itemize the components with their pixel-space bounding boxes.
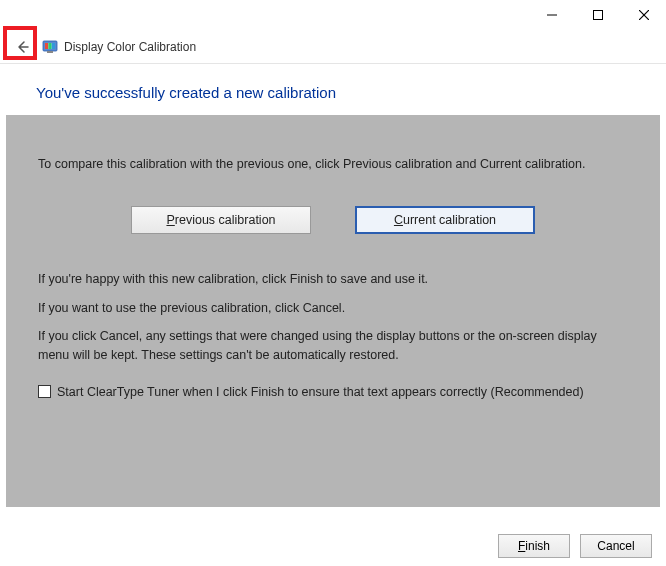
svg-rect-8	[52, 43, 55, 49]
current-calibration-button[interactable]: Current calibration	[355, 206, 535, 234]
cleartype-checkbox[interactable]	[38, 385, 51, 398]
compare-buttons-row: Previous calibration Current calibration	[38, 206, 628, 234]
close-button[interactable]	[630, 4, 658, 26]
window-titlebar	[0, 0, 666, 30]
page-heading: You've successfully created a new calibr…	[0, 64, 666, 115]
svg-rect-1	[594, 11, 603, 20]
previous-calibration-button[interactable]: Previous calibration	[131, 206, 311, 234]
header-bar: Display Color Calibration	[0, 30, 666, 64]
para-warning: If you click Cancel, any settings that w…	[38, 327, 628, 365]
para-cancel: If you want to use the previous calibrat…	[38, 299, 628, 318]
content-panel: To compare this calibration with the pre…	[6, 115, 660, 507]
footer-buttons: Finish Cancel	[498, 534, 652, 558]
finish-button[interactable]: Finish	[498, 534, 570, 558]
svg-rect-6	[45, 43, 48, 49]
minimize-icon	[547, 10, 557, 20]
svg-rect-9	[47, 51, 53, 53]
cancel-button[interactable]: Cancel	[580, 534, 652, 558]
close-icon	[639, 10, 649, 20]
back-button[interactable]	[8, 33, 36, 61]
cleartype-checkbox-label[interactable]: Start ClearType Tuner when I click Finis…	[57, 383, 584, 401]
intro-text: To compare this calibration with the pre…	[38, 155, 628, 174]
para-happy: If you're happy with this new calibratio…	[38, 270, 628, 289]
app-title: Display Color Calibration	[64, 40, 196, 54]
svg-rect-7	[48, 43, 51, 49]
cleartype-checkbox-row: Start ClearType Tuner when I click Finis…	[38, 383, 628, 401]
app-icon	[42, 39, 58, 55]
maximize-icon	[593, 10, 603, 20]
minimize-button[interactable]	[538, 4, 566, 26]
back-arrow-icon	[14, 39, 30, 55]
maximize-button[interactable]	[584, 4, 612, 26]
